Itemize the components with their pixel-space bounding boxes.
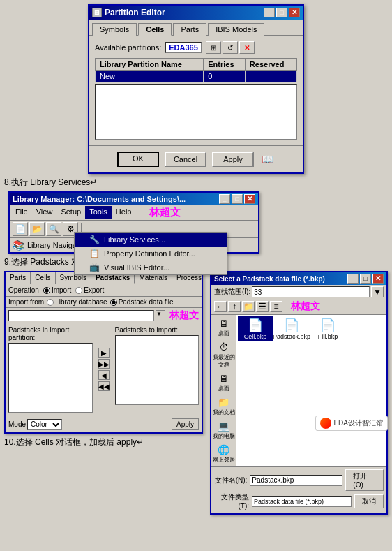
lm-minimize[interactable]: _: [219, 194, 230, 204]
menu-file[interactable]: File: [11, 206, 32, 219]
fod-file-area: 📄 Cell.bkp 📄 Padstack.bkp 📄 Fill.bkp: [236, 315, 386, 466]
filetype-label: 文件类型(T):: [214, 492, 249, 510]
dropdown-library-services[interactable]: 🔧 Library Services...: [75, 233, 227, 247]
fod-minimize[interactable]: _: [347, 274, 359, 284]
sidebar-mydocs[interactable]: 📁 我的文档: [213, 397, 235, 416]
sidebar-network[interactable]: 🌐 网上邻居: [213, 444, 235, 464]
move-all-right-btn[interactable]: ▶▶: [98, 359, 110, 369]
pd-right-panel: Padstacks to import:: [115, 326, 199, 413]
cell-file-icon: 📄: [248, 318, 263, 333]
dropdown-property-def[interactable]: 📋 Property Definition Editor...: [75, 247, 227, 260]
sidebar-mycomputer-label: 我的电脑: [213, 432, 235, 440]
open-button[interactable]: 打开(O): [345, 469, 384, 491]
fod-details-btn[interactable]: ≡: [270, 301, 282, 312]
lm-close[interactable]: ✕: [244, 194, 255, 204]
fod-loc-combo[interactable]: 33: [252, 286, 370, 297]
radio-export-label: Export: [84, 286, 104, 294]
tools-dropdown: 🔧 Library Services... 📋 Property Definit…: [74, 232, 227, 275]
menu-setup[interactable]: Setup: [56, 206, 85, 219]
move-all-left-btn[interactable]: ◀◀: [98, 381, 110, 391]
maximize-button[interactable]: □: [276, 8, 287, 17]
row-name: New: [96, 71, 204, 82]
padstacks-section: Parts Cells Symbols Padstacks Materials …: [0, 271, 392, 434]
fod-titlebar: Select a Padstack data file (*.bkp) _ □ …: [211, 272, 386, 285]
pd-radio-group: Import Export: [43, 286, 104, 294]
radio-export[interactable]: Export: [75, 286, 104, 294]
desktop2-icon: 🖥: [219, 373, 229, 384]
apply-button[interactable]: Apply: [172, 418, 199, 430]
radio-lib-db[interactable]: Library database: [47, 298, 107, 306]
empty-list-area: [95, 84, 297, 140]
pd-to-import-label: Padstacks to import:: [115, 326, 199, 334]
file-item-fill[interactable]: 📄 Fill.bkp: [310, 316, 345, 341]
tab-ibis-models[interactable]: IBIS Models: [208, 23, 264, 36]
toolbar-new[interactable]: 📄: [13, 222, 28, 236]
radio-import[interactable]: Import: [43, 286, 71, 294]
partition-delete-btn[interactable]: ✕: [239, 41, 255, 54]
fod-close[interactable]: ✕: [372, 274, 384, 284]
pd-operation-row: Operation Import Export: [6, 284, 202, 297]
move-right-btn[interactable]: ▶: [98, 348, 110, 358]
move-left-btn[interactable]: ◀: [98, 370, 110, 380]
annotation-1: 8.执行 Library Services↵: [4, 177, 388, 189]
tab-parts[interactable]: Parts: [173, 23, 206, 36]
visual-ibis-icon: 📺: [89, 263, 100, 272]
partition-value: EDA365: [165, 42, 202, 53]
pd-op-label: Operation: [8, 286, 39, 294]
pd-tab-parts[interactable]: Parts: [6, 272, 31, 284]
table-row[interactable]: New 0: [96, 71, 297, 82]
radio-padstack-file[interactable]: Padstack data file: [110, 298, 174, 306]
tab-cells[interactable]: Cells: [138, 23, 172, 36]
sidebar-mycomputer[interactable]: 💻 我的电脑: [213, 420, 235, 440]
pd-to-import-list[interactable]: [115, 335, 199, 405]
import-from-field[interactable]: [8, 310, 154, 321]
cancel-button[interactable]: 取消: [354, 494, 384, 508]
file-item-cell[interactable]: 📄 Cell.bkp: [238, 316, 273, 341]
menu-help[interactable]: Help: [112, 206, 136, 219]
fod-new-folder-btn[interactable]: 📁: [242, 301, 255, 312]
apply-button[interactable]: Apply: [212, 152, 254, 167]
toolbar-search[interactable]: 🔍: [46, 222, 61, 236]
import-from-browse-btn[interactable]: ▼: [156, 310, 165, 321]
partition-refresh-btn[interactable]: ↺: [223, 41, 238, 54]
minimize-button[interactable]: _: [264, 8, 275, 17]
menu-tools[interactable]: Tools: [85, 206, 112, 219]
fod-footer: 文件名(N): 打开(O) 文件类型(T): Padstack data fil…: [211, 466, 386, 513]
filetype-combo[interactable]: Padstack data file (*.bkp): [252, 496, 352, 507]
tab-symbols[interactable]: Symbols: [92, 23, 137, 36]
fod-list-btn[interactable]: ☰: [256, 301, 269, 312]
sidebar-network-label: 网上邻居: [213, 456, 235, 464]
fod-up-btn[interactable]: ↑: [228, 301, 241, 312]
dropdown-visual-ibis[interactable]: 📺 Visual IBIS Editor...: [75, 260, 227, 274]
close-button[interactable]: ✕: [289, 8, 300, 17]
fod-back-btn[interactable]: ←: [214, 301, 227, 312]
radio-import-label: Import: [52, 286, 71, 294]
available-partitions-row: Available partitions: EDA365 ⊞ ↺ ✕: [95, 41, 297, 54]
lm-maximize[interactable]: □: [232, 194, 243, 204]
fill-file-name: Fill.bkp: [318, 333, 338, 340]
filename-label: 文件名(N):: [214, 476, 247, 485]
mode-combo[interactable]: Color: [27, 419, 62, 430]
pd-import-options: Library database Padstack data file: [47, 298, 173, 306]
fod-maximize[interactable]: □: [360, 274, 371, 284]
ok-button[interactable]: OK: [117, 152, 159, 167]
sidebar-recent-label: 我最近的文档: [213, 353, 235, 369]
pd-tab-cells[interactable]: Cells: [31, 272, 55, 284]
sidebar-desktop[interactable]: 🖥 桌面: [213, 318, 235, 337]
dialog-tabs: Symbols Cells Parts IBIS Models: [89, 20, 303, 36]
menu-view[interactable]: View: [32, 206, 57, 219]
filename-input[interactable]: [250, 475, 342, 486]
toolbar-open[interactable]: 📂: [29, 222, 45, 236]
cancel-button[interactable]: Cancel: [165, 152, 206, 167]
sidebar-desktop2[interactable]: 🖥 桌面: [213, 373, 235, 392]
pd-import-partition-list[interactable]: [8, 343, 93, 413]
file-item-padstack[interactable]: 📄 Padstack.bkp: [274, 316, 309, 341]
mydocs-icon: 📁: [218, 397, 229, 408]
partition-icon-btn[interactable]: ⊞: [206, 41, 221, 54]
fod-location-bar: 查找范围(I): 33 ▼: [211, 285, 386, 299]
pd-content: Padstacks in import partition: ▶ ▶▶ ◀ ◀◀…: [6, 323, 202, 416]
fod-toolbar: ← ↑ 📁 ☰ ≡ 林超文: [211, 299, 386, 315]
fod-nav-btn[interactable]: ▼: [371, 286, 384, 297]
help-icon[interactable]: 📖: [259, 152, 275, 167]
sidebar-recent[interactable]: ⏱ 我最近的文档: [213, 341, 235, 369]
